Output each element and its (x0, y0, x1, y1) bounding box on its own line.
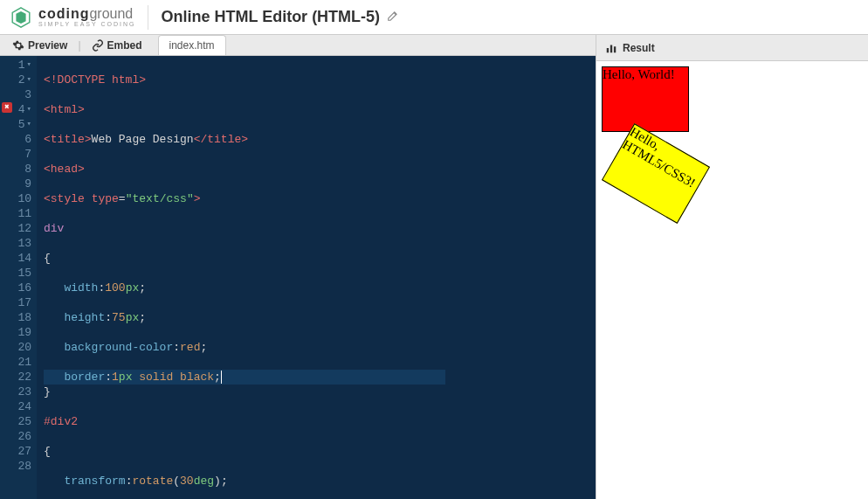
page-title: Online HTML Editor (HTML-5) (161, 8, 380, 26)
line-number: 19 (3, 325, 31, 340)
line-number: 16 (3, 281, 31, 295)
result-header: Result (596, 35, 868, 61)
line-number: 6 (3, 132, 31, 147)
gear-icon (12, 39, 24, 52)
line-number: 18 (3, 310, 31, 325)
line-number: 25 (3, 414, 31, 429)
logo-icon (9, 5, 33, 30)
error-marker-icon[interactable]: ✖ (2, 102, 12, 113)
line-number: 20 (3, 340, 31, 355)
preview-button[interactable]: Preview (7, 37, 72, 54)
app-header: codingground SIMPLY EASY CODING Online H… (0, 0, 868, 35)
line-number: 22 (3, 370, 31, 385)
line-number: 15 (3, 266, 31, 281)
line-number: 7 (3, 147, 31, 162)
line-number: 21 (3, 355, 31, 370)
result-box-2: Hello, HTML5/CSS3! (602, 123, 710, 224)
line-number: 26 (3, 429, 31, 444)
svg-rect-2 (607, 48, 609, 52)
line-number: 14 (3, 251, 31, 266)
result-frame: Hello, World! Hello, HTML5/CSS3! (596, 61, 868, 499)
line-number: 23 (3, 385, 31, 399)
toolbar-separator: | (78, 39, 80, 52)
link-icon (92, 39, 104, 52)
svg-marker-1 (16, 11, 25, 24)
line-number: 17 (3, 295, 31, 310)
code-area[interactable]: <!DOCTYPE html> <html> <title>Web Page D… (37, 56, 452, 499)
result-label: Result (623, 42, 655, 54)
editor-toolbar: Preview | Embed index.htm (0, 35, 596, 56)
line-number: 2 ▾ (3, 73, 31, 87)
line-number: 9 (3, 177, 31, 191)
result-panel: Result Hello, World! Hello, HTML5/CSS3! (596, 35, 868, 499)
embed-button[interactable]: Embed (86, 37, 148, 54)
line-number: 12 (3, 221, 31, 236)
line-gutter: 1 ▾2 ▾34 ▾5 ▾678910111213141516171819202… (0, 56, 37, 499)
embed-label: Embed (107, 39, 142, 52)
line-number: 8 (3, 162, 31, 177)
line-number: 13 (3, 236, 31, 251)
line-number: 5 ▾ (3, 117, 31, 132)
line-number: 24 (3, 399, 31, 414)
main-area: Preview | Embed index.htm ✖ 1 ▾2 ▾34 ▾5 … (0, 35, 868, 499)
line-number: 28 (3, 459, 31, 474)
line-number: 10 (3, 191, 31, 206)
line-number: 1 ▾ (3, 58, 31, 73)
svg-rect-4 (614, 46, 616, 52)
editor-panel: Preview | Embed index.htm ✖ 1 ▾2 ▾34 ▾5 … (0, 35, 596, 499)
line-number: 11 (3, 206, 31, 221)
line-number: 27 (3, 444, 31, 459)
edit-icon[interactable] (387, 10, 399, 24)
svg-rect-3 (610, 45, 612, 52)
code-editor[interactable]: ✖ 1 ▾2 ▾34 ▾5 ▾6789101112131415161718192… (0, 56, 596, 499)
preview-label: Preview (28, 39, 67, 52)
chart-icon (605, 42, 617, 54)
logo[interactable]: codingground SIMPLY EASY CODING (9, 5, 148, 30)
result-box-1: Hello, World! (602, 66, 689, 132)
tab-index[interactable]: index.htm (158, 35, 226, 55)
logo-text: codingground SIMPLY EASY CODING (38, 7, 135, 27)
